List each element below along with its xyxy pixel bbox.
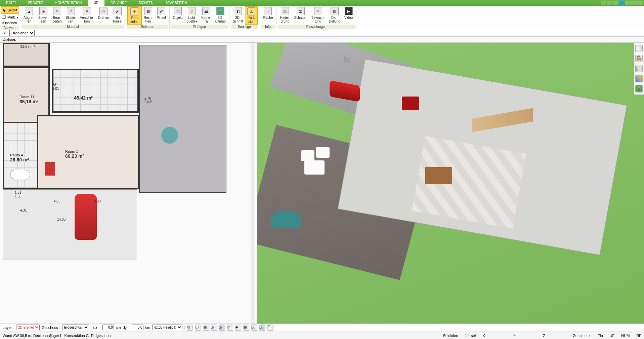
objekt-button[interactable]: ◫Objekt	[171, 6, 185, 20]
right-sidebar: ≣ 🪑 ▯ 🌳	[634, 43, 644, 95]
menu-tab-gelaende[interactable]: GELÄNDE	[104, 0, 133, 6]
mark-button[interactable]: Mark. ▾	[1, 14, 19, 21]
text-cursor-icon[interactable]: Ꮖ	[267, 325, 273, 331]
floorplan-pane[interactable]: 31,87 m² Raum 11 36,18 m² 45,42 m² Raum …	[0, 43, 255, 329]
pinsel-button[interactable]: 🖌Pinsel	[155, 6, 168, 20]
menu-tab-datei[interactable]: DATEI	[0, 0, 22, 6]
3d-umbrella	[271, 211, 301, 228]
selekt-button[interactable]: Selekt	[1, 6, 19, 14]
ribbon-group-info: ▱Fläche Info	[259, 6, 276, 29]
geschoss-dropdown[interactable]: Erdgeschos	[62, 325, 89, 330]
floorplan-driveway[interactable]	[3, 189, 137, 260]
bearbeiten-button[interactable]: ✎Bear-beiten	[50, 6, 63, 24]
optionen-button[interactable]: +Optionen	[1, 21, 19, 26]
snap1-icon[interactable]: ◬	[211, 325, 217, 331]
room1-area: 66,23 m²	[65, 153, 84, 159]
maximize-icon[interactable]	[631, 1, 637, 5]
perspective-icon[interactable]: ◇	[227, 325, 233, 331]
lightbulb-icon: 💡	[188, 7, 196, 15]
color-panel-icon[interactable]	[635, 75, 643, 82]
kamera-button[interactable]: 📷Kame-ra	[199, 6, 213, 24]
verschieben-button[interactable]: ✥Verschie-ben	[78, 6, 96, 24]
drehen-button[interactable]: ↻Drehen	[96, 6, 111, 20]
kollision-button[interactable]: ⚠Kolli-sion	[245, 6, 258, 25]
area-icon: ▱	[264, 7, 272, 15]
floorplan-room-1[interactable]	[37, 115, 139, 189]
dim-405: 4,05	[54, 199, 60, 203]
urgelaende-dropdown[interactable]: Urgelände	[9, 30, 35, 36]
camera-icon: 📷	[202, 7, 210, 15]
gridview-icon[interactable]: ▦	[243, 325, 249, 331]
furniture-panel-icon[interactable]: 🪑	[635, 55, 643, 62]
dx-input[interactable]	[102, 325, 114, 330]
hinpinsel-button[interactable]: 🖌Hin.Pinsel	[111, 6, 124, 24]
zuweisen-button[interactable]: ◉Zuwei-sen	[36, 6, 50, 24]
toggle-n-icon[interactable]: Ⓝ	[251, 325, 257, 331]
hintergrund-button[interactable]: 🏠Hinter-grund	[278, 6, 292, 24]
mode-dropdown[interactable]: dx,dy (relativ ka	[152, 325, 182, 330]
plants-panel-icon[interactable]: 🌳	[635, 85, 643, 92]
rechnen-button[interactable]: ▦Rech-nen	[142, 6, 155, 24]
ribbon: Selekt Mark. ▾ +Optionen Auswahl ◢Abgrei…	[0, 6, 644, 29]
layers-icon[interactable]	[613, 1, 618, 5]
clock-icon[interactable]: ◷	[187, 325, 193, 331]
screen-icon[interactable]: ▢	[195, 325, 201, 331]
dy-input[interactable]	[132, 325, 143, 330]
3d-dining-table	[425, 167, 452, 184]
sonstige-group-label: Sonstige	[231, 25, 258, 29]
room11-name: Raum 11	[19, 95, 35, 99]
object-icon: ◫	[174, 7, 182, 15]
skalieren-button[interactable]: ⤢Skalie-ren	[64, 6, 78, 24]
video-button[interactable]: ▶Video	[342, 6, 355, 20]
geschoss-label: Geschoss :	[42, 326, 60, 330]
abgreifen-button[interactable]: ◢Abgrei-fen	[22, 6, 36, 24]
floorplan-umbrella[interactable]	[161, 127, 178, 144]
menu-tab-bearbeiten[interactable]: BEARBEITEN	[160, 0, 193, 6]
background-icon: 🏠	[281, 7, 289, 15]
menu-tab-projekt[interactable]: PROJEKT	[22, 0, 49, 6]
floorplan-car[interactable]	[75, 194, 97, 240]
dropper-icon: ◢	[25, 7, 33, 15]
lichtquelle-button[interactable]: 💡Licht-quelle▾	[185, 6, 200, 24]
flaeche-button[interactable]: ▱Fläche	[261, 6, 275, 20]
help-icon[interactable]	[601, 1, 606, 5]
dx-unit: cm	[116, 326, 121, 330]
beleuchtung-button[interactable]: ☀Beleuch-tung	[309, 6, 327, 24]
menu-tab-sichten[interactable]: SICHTEN	[133, 0, 160, 6]
status-x: X:	[482, 334, 486, 338]
dialog-bar: Dialoge:	[0, 37, 644, 43]
rotate-icon: ↻	[99, 7, 108, 15]
floorplan-sofa-red[interactable]	[45, 162, 55, 176]
menu-tab-3d[interactable]: 3D	[88, 0, 104, 6]
floorplan-vscrollbar[interactable]	[251, 43, 255, 324]
menu-tab-konstruktion[interactable]: KONSTRUKTION	[49, 0, 88, 6]
view3d-pane[interactable]: 🚲	[257, 43, 644, 329]
status-bar: Wand AW 36,5 m. Deckenauflager L=Konstru…	[0, 332, 644, 339]
3dschnitt-button[interactable]: ◧3D-Schnitt	[231, 6, 245, 24]
dy-label: dy =	[123, 326, 130, 330]
darstellung-button[interactable]: ▦Dar-stellung	[327, 6, 342, 24]
floorplan-bathtub[interactable]	[10, 170, 30, 179]
3d-patio-table	[304, 160, 325, 175]
room1-name: Raum 1	[65, 149, 78, 153]
floorplan-room-3[interactable]	[52, 69, 139, 113]
fullscreen-icon[interactable]	[607, 1, 612, 5]
close-icon[interactable]	[637, 1, 643, 5]
grid-icon[interactable]: ▦	[203, 325, 209, 331]
minimize-icon[interactable]	[625, 1, 631, 5]
layer-label: Layer :	[3, 326, 14, 330]
snap2-icon[interactable]: ◬	[219, 325, 225, 331]
dim-431: 4,31	[20, 209, 27, 212]
info-icon[interactable]	[619, 1, 625, 5]
schatten-settings-button[interactable]: ⛱Schatten	[292, 6, 309, 20]
floorplan-terrace[interactable]	[139, 45, 226, 193]
layers-panel-icon[interactable]: ≣	[635, 45, 643, 52]
darstellen-button[interactable]: ☀Dar-stellen	[127, 6, 142, 25]
3dbitmap-button[interactable]: 🌳3D-Bitmap	[213, 6, 228, 24]
layer-dropdown[interactable]: 2D-Elemen	[16, 325, 40, 330]
ortho-icon[interactable]: ◈	[235, 325, 241, 331]
toggle-n2-icon[interactable]: Ⓝ	[259, 325, 265, 331]
info-group-label: Info	[261, 25, 275, 29]
einstellungen-group-label: Einstellungen	[278, 25, 355, 29]
wall-panel-icon[interactable]: ▯	[635, 65, 643, 72]
